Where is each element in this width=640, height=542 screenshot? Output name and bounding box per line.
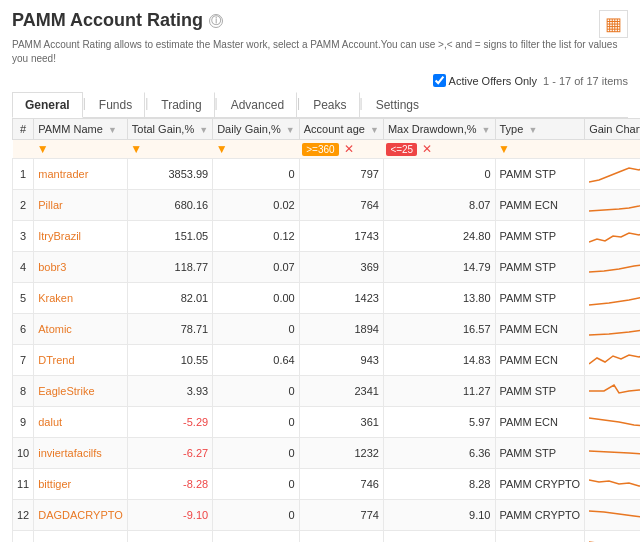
filter-daily-icon: ▼ bbox=[216, 142, 228, 156]
page-description: PAMM Account Rating allows to estimate t… bbox=[12, 38, 628, 66]
cell-drawdown: 8.07 bbox=[383, 190, 495, 221]
table-row: 8 EagleStrike 3.93 0 2341 11.27 PAMM STP bbox=[13, 376, 641, 407]
cell-total: 78.71 bbox=[127, 314, 212, 345]
tab-funds[interactable]: Funds bbox=[86, 92, 145, 118]
pamm-link[interactable]: EagleStrike bbox=[38, 385, 94, 397]
table-row: 9 dalut -5.29 0 361 5.97 PAMM ECN bbox=[13, 407, 641, 438]
pamm-link[interactable]: ItryBrazil bbox=[38, 230, 81, 242]
pamm-link[interactable]: bobr3 bbox=[38, 261, 66, 273]
tab-trading[interactable]: Trading bbox=[148, 92, 214, 118]
cell-gain-chart bbox=[585, 376, 640, 407]
cell-drawdown: 8.28 bbox=[383, 469, 495, 500]
pamm-link[interactable]: Atomic bbox=[38, 323, 72, 335]
cell-drawdown: 14.79 bbox=[383, 252, 495, 283]
cell-num: 6 bbox=[13, 314, 34, 345]
cell-drawdown: 9.10 bbox=[383, 500, 495, 531]
active-offers-input[interactable] bbox=[433, 74, 446, 87]
filter-drawdown-clear[interactable]: ✕ bbox=[422, 142, 432, 156]
page-title: PAMM Account Rating ⓘ bbox=[12, 10, 223, 31]
cell-num: 13 bbox=[13, 531, 34, 543]
table-row: 10 inviertafacilfs -6.27 0 1232 6.36 PAM… bbox=[13, 438, 641, 469]
cell-total: 3853.99 bbox=[127, 159, 212, 190]
title-text: PAMM Account Rating bbox=[12, 10, 203, 31]
cell-type: PAMM STP bbox=[495, 221, 585, 252]
filter-gain bbox=[585, 140, 640, 159]
gain-chart-svg bbox=[589, 534, 640, 542]
gain-chart-svg bbox=[589, 503, 640, 525]
filter-name: ▼ bbox=[34, 140, 128, 159]
filter-drawdown-badge: <=25 bbox=[386, 143, 417, 156]
col-header-total[interactable]: Total Gain,% ▼ bbox=[127, 119, 212, 140]
cell-type: PAMM CRYPTO bbox=[495, 469, 585, 500]
cell-name: DTrend bbox=[34, 345, 128, 376]
cell-gain-chart bbox=[585, 221, 640, 252]
tab-peaks[interactable]: Peaks bbox=[300, 92, 359, 118]
col-header-num: # bbox=[13, 119, 34, 140]
gain-chart-svg bbox=[589, 162, 640, 184]
pamm-link[interactable]: inviertafacilfs bbox=[38, 447, 102, 459]
cell-type: PAMM STP bbox=[495, 283, 585, 314]
cell-daily: 0 bbox=[213, 500, 300, 531]
cell-total: 82.01 bbox=[127, 283, 212, 314]
cell-drawdown: 5.97 bbox=[383, 407, 495, 438]
gain-chart-svg bbox=[589, 410, 640, 432]
active-offers-checkbox[interactable]: Active Offers Only bbox=[433, 74, 537, 87]
pamm-link[interactable]: DTrend bbox=[38, 354, 74, 366]
filter-type-icon: ▼ bbox=[498, 142, 510, 156]
cell-daily: 0 bbox=[213, 469, 300, 500]
cell-total: 680.16 bbox=[127, 190, 212, 221]
cell-gain-chart bbox=[585, 407, 640, 438]
cell-age: 943 bbox=[299, 345, 383, 376]
cell-total: -8.28 bbox=[127, 469, 212, 500]
pamm-link[interactable]: DAGDACRYPTO bbox=[38, 509, 123, 521]
rss-button[interactable]: ▦ bbox=[599, 10, 628, 38]
info-icon[interactable]: ⓘ bbox=[209, 14, 223, 28]
cell-drawdown: 24.80 bbox=[383, 221, 495, 252]
cell-drawdown: 13.80 bbox=[383, 283, 495, 314]
cell-name: DAGDACRYPTO bbox=[34, 500, 128, 531]
cell-age: 1894 bbox=[299, 314, 383, 345]
cell-gain-chart bbox=[585, 190, 640, 221]
col-header-drawdown[interactable]: Max Drawdown,% ▼ bbox=[383, 119, 495, 140]
cell-type: PAMM ECN bbox=[495, 314, 585, 345]
cell-name: inviertafacilfs bbox=[34, 438, 128, 469]
cell-age: 361 bbox=[299, 407, 383, 438]
filter-age-cell: >=360 ✕ bbox=[299, 140, 383, 159]
cell-daily: 0 bbox=[213, 438, 300, 469]
filter-age-badge: >=360 bbox=[302, 143, 338, 156]
col-header-age[interactable]: Account age ▼ bbox=[299, 119, 383, 140]
filter-row: ▼ ▼ ▼ >=360 ✕ <=25 ✕ ▼ bbox=[13, 140, 641, 159]
cell-num: 9 bbox=[13, 407, 34, 438]
pamm-link[interactable]: Kraken bbox=[38, 292, 73, 304]
pamm-link[interactable]: mantrader bbox=[38, 168, 88, 180]
cell-age: 1423 bbox=[299, 283, 383, 314]
col-header-name[interactable]: PAMM Name ▼ bbox=[34, 119, 128, 140]
cell-daily: 0.64 bbox=[213, 345, 300, 376]
cell-num: 8 bbox=[13, 376, 34, 407]
cell-name: RESILIENT01 bbox=[34, 531, 128, 543]
cell-num: 5 bbox=[13, 283, 34, 314]
cell-daily: 0 bbox=[213, 407, 300, 438]
cell-total: -11.26 bbox=[127, 531, 212, 543]
pamm-link[interactable]: dalut bbox=[38, 416, 62, 428]
cell-num: 1 bbox=[13, 159, 34, 190]
sort-daily-icon: ▼ bbox=[286, 125, 295, 135]
tab-settings[interactable]: Settings bbox=[363, 92, 432, 118]
tab-general[interactable]: General bbox=[12, 92, 83, 118]
cell-gain-chart bbox=[585, 159, 640, 190]
table-row: 12 DAGDACRYPTO -9.10 0 774 9.10 PAMM CRY… bbox=[13, 500, 641, 531]
active-offers-label: Active Offers Only bbox=[449, 75, 537, 87]
col-header-type[interactable]: Type ▼ bbox=[495, 119, 585, 140]
pamm-link[interactable]: bittiger bbox=[38, 478, 71, 490]
cell-name: EagleStrike bbox=[34, 376, 128, 407]
gain-chart-svg bbox=[589, 348, 640, 370]
cell-drawdown: 6.36 bbox=[383, 438, 495, 469]
table-body: 1 mantrader 3853.99 0 797 0 PAMM STP 2 P… bbox=[13, 159, 641, 543]
filter-age-clear[interactable]: ✕ bbox=[344, 142, 354, 156]
col-header-daily[interactable]: Daily Gain,% ▼ bbox=[213, 119, 300, 140]
tab-advanced[interactable]: Advanced bbox=[218, 92, 297, 118]
cell-type: PAMM ECN bbox=[495, 407, 585, 438]
cell-num: 4 bbox=[13, 252, 34, 283]
pamm-link[interactable]: Pillar bbox=[38, 199, 62, 211]
cell-name: Pillar bbox=[34, 190, 128, 221]
